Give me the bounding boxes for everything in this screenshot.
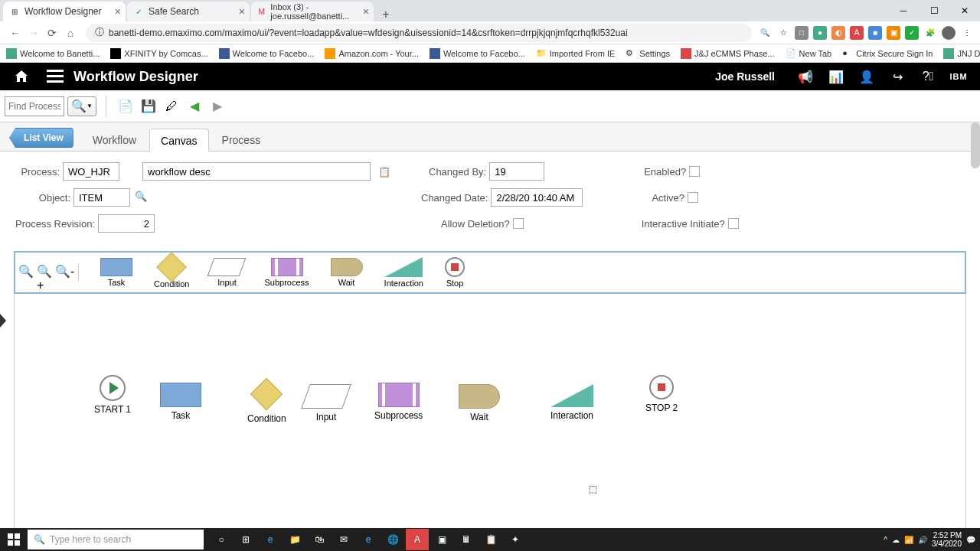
cortana-icon[interactable]: ○ xyxy=(210,529,233,550)
bookmark[interactable]: Amazon.com - Your... xyxy=(325,48,419,59)
url-field[interactable]: ⓘ banetti-demo.emaximo.com/maximo/ui/?ev… xyxy=(86,24,752,42)
palette-stop[interactable]: Stop xyxy=(445,257,465,288)
scrollbar-thumb[interactable] xyxy=(971,122,980,168)
bookmark[interactable]: JNJ Documents - G... xyxy=(943,48,980,59)
menu-icon[interactable] xyxy=(46,67,64,86)
notifications-icon[interactable]: 💬 xyxy=(966,536,975,544)
profile-avatar[interactable] xyxy=(942,26,956,40)
node-subprocess[interactable]: Subprocess xyxy=(374,383,423,421)
process-field[interactable] xyxy=(63,162,119,181)
reports-icon[interactable]: 📊 xyxy=(827,67,845,86)
store-icon[interactable]: 🛍 xyxy=(308,529,331,550)
home-icon[interactable] xyxy=(12,67,31,86)
ext-icon[interactable]: ▣ xyxy=(887,26,900,40)
ie-icon[interactable]: e xyxy=(357,529,380,550)
explorer-icon[interactable]: 📁 xyxy=(283,529,306,550)
star-icon[interactable]: ☆ xyxy=(776,26,790,40)
next-icon[interactable]: ▶ xyxy=(207,96,227,116)
palette-condition[interactable]: Condition xyxy=(154,256,189,289)
object-field[interactable] xyxy=(74,188,130,207)
palette-task[interactable]: Task xyxy=(100,258,132,287)
list-view-button[interactable]: List View xyxy=(9,128,74,148)
node-interaction[interactable]: Interaction xyxy=(550,384,593,421)
allow-deletion-checkbox[interactable] xyxy=(513,218,524,229)
tray-chevron-icon[interactable]: ^ xyxy=(884,536,887,544)
forward-button[interactable]: → xyxy=(24,24,43,42)
onedrive-icon[interactable]: ☁ xyxy=(892,536,900,544)
zoom-actual-icon[interactable]: 🔍 xyxy=(18,264,35,281)
enabled-checkbox[interactable] xyxy=(689,166,700,177)
bulletin-icon[interactable]: 📢 xyxy=(796,67,815,86)
lookup-icon[interactable]: 🔍 xyxy=(135,191,149,204)
bookmark[interactable]: Welcome to Facebo... xyxy=(219,48,315,59)
clear-icon[interactable]: 🖊 xyxy=(162,96,181,116)
tab-canvas[interactable]: Canvas xyxy=(149,129,208,152)
task-view-icon[interactable]: ⊞ xyxy=(234,529,257,550)
prev-icon[interactable]: ◀ xyxy=(185,96,204,116)
node-input[interactable]: Input xyxy=(305,384,347,422)
app-icon[interactable]: 📋 xyxy=(479,529,502,550)
home-button[interactable]: ⌂ xyxy=(61,24,80,42)
workflow-canvas[interactable]: START 1 Task Condition Input Subprocess … xyxy=(14,294,966,531)
new-tab-button[interactable]: + xyxy=(375,8,397,21)
tab-inbox[interactable]: M Inbox (3) - joe.russell@banetti... × xyxy=(251,2,374,21)
mail-icon[interactable]: ✉ xyxy=(332,529,355,550)
palette-input[interactable]: Input xyxy=(211,258,243,287)
ext-icon[interactable]: ◐ xyxy=(831,26,845,40)
interactive-checkbox[interactable] xyxy=(728,218,739,229)
node-condition[interactable]: Condition xyxy=(247,383,286,424)
close-icon[interactable]: × xyxy=(363,5,369,18)
bookmark[interactable]: 📄New Tab xyxy=(786,48,832,59)
new-icon[interactable]: 📄 xyxy=(116,96,136,116)
bookmark[interactable]: Welcome to Facebo... xyxy=(430,48,525,59)
tab-workflow-designer[interactable]: ⊞ Workflow Designer × xyxy=(3,2,126,21)
maximize-button[interactable]: ☐ xyxy=(919,0,949,21)
app-icon[interactable]: ▣ xyxy=(430,529,453,550)
tab-safe-search[interactable]: ✓ Safe Search × xyxy=(127,2,250,21)
ext-icon[interactable]: 🧩 xyxy=(923,26,937,40)
profile-icon[interactable]: 👤 xyxy=(858,67,876,86)
taskbar-search[interactable]: 🔍 Type here to search xyxy=(28,530,204,549)
node-task[interactable]: Task xyxy=(160,383,201,421)
bookmark[interactable]: J&J eCMMS Phase... xyxy=(681,48,775,59)
chrome-icon[interactable]: 🌐 xyxy=(381,529,404,550)
node-stop[interactable]: STOP 2 xyxy=(645,375,678,413)
detail-icon[interactable]: 📋 xyxy=(378,166,390,178)
node-start[interactable]: START 1 xyxy=(94,375,131,415)
close-icon[interactable]: × xyxy=(115,5,121,18)
save-icon[interactable]: 💾 xyxy=(139,96,158,116)
active-checkbox[interactable] xyxy=(688,192,698,203)
process-desc-field[interactable] xyxy=(142,162,371,181)
calc-icon[interactable]: 🖩 xyxy=(455,529,478,550)
help-icon[interactable]: ?⃝ xyxy=(919,67,937,86)
zoom-out-icon[interactable]: 🔍- xyxy=(55,264,72,281)
edge-icon[interactable]: e xyxy=(259,529,282,550)
tab-workflow[interactable]: Workflow xyxy=(81,128,148,151)
node-wait[interactable]: Wait xyxy=(459,384,500,422)
bookmark[interactable]: XFINITY by Comcas... xyxy=(110,48,207,59)
palette-wait[interactable]: Wait xyxy=(331,258,363,287)
ext-icon[interactable]: ■ xyxy=(868,26,882,40)
zoom-icon[interactable]: 🔍 xyxy=(758,26,772,40)
reload-button[interactable]: ⟳ xyxy=(43,24,61,42)
start-button[interactable] xyxy=(0,528,28,551)
ext-icon[interactable]: A xyxy=(850,26,864,40)
app-icon[interactable]: ✦ xyxy=(504,529,527,550)
close-icon[interactable]: × xyxy=(239,5,245,18)
network-icon[interactable]: 📶 xyxy=(904,536,913,544)
minimize-button[interactable]: ─ xyxy=(888,0,919,21)
tray-clock[interactable]: 2:52 PM 3/4/2020 xyxy=(932,531,962,548)
ext-icon[interactable]: □ xyxy=(795,26,808,40)
search-button[interactable]: 🔍▼ xyxy=(67,96,96,116)
side-panel-handle[interactable] xyxy=(0,314,6,328)
bookmark[interactable]: 📁Imported From IE xyxy=(536,48,616,59)
menu-icon[interactable]: ⋮ xyxy=(960,26,974,40)
tab-process[interactable]: Process xyxy=(211,128,273,151)
palette-subprocess[interactable]: Subprocess xyxy=(264,258,309,287)
ext-icon[interactable]: ● xyxy=(813,26,827,40)
close-window-button[interactable]: ✕ xyxy=(949,0,980,21)
find-process-input[interactable] xyxy=(5,96,64,116)
bookmark[interactable]: Welcome to Banetti... xyxy=(6,48,100,59)
acrobat-icon[interactable]: A xyxy=(406,529,429,550)
volume-icon[interactable]: 🔊 xyxy=(918,536,927,544)
